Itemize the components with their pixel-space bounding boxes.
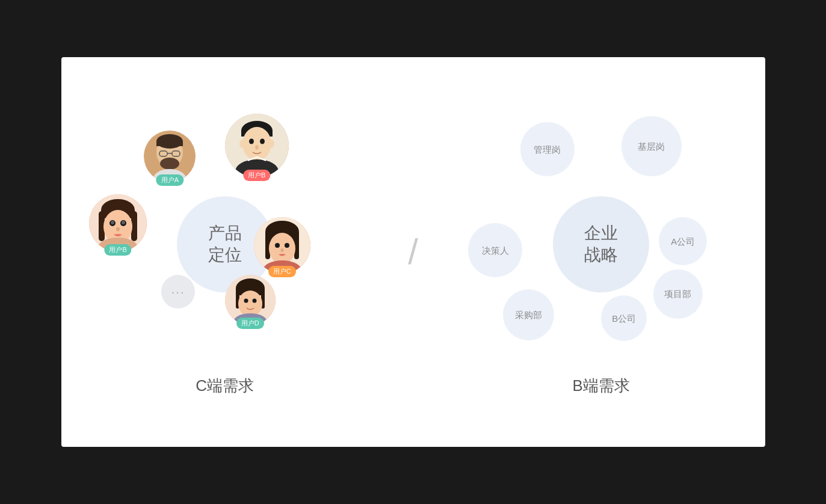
xiangmubu-label: 项目部 xyxy=(664,287,691,300)
svg-point-16 xyxy=(260,138,265,144)
c-section: 产品 定位 xyxy=(81,108,369,396)
product-label: 产品 定位 xyxy=(208,223,242,266)
svg-point-12 xyxy=(242,127,271,161)
svg-point-47 xyxy=(122,221,125,224)
user-d-tag: 用户D xyxy=(236,318,264,329)
slide: 产品 定位 xyxy=(61,57,765,447)
divider-slash: / xyxy=(408,234,418,270)
agongsi-label: A公司 xyxy=(671,235,695,248)
guanligang-bubble: 管理岗 xyxy=(520,122,575,176)
svg-point-26 xyxy=(285,243,289,248)
c-section-title: C端需求 xyxy=(196,375,254,396)
strategy-label: 企业 战略 xyxy=(584,223,618,266)
jueceren-bubble: 决策人 xyxy=(468,223,522,277)
svg-point-34 xyxy=(238,290,262,317)
jueceren-label: 决策人 xyxy=(482,244,509,257)
user-a-tag: 用户A xyxy=(156,174,183,186)
svg-point-15 xyxy=(249,138,254,144)
svg-point-36 xyxy=(252,299,256,303)
user-b-tag: 用户B xyxy=(243,170,270,181)
user-e-bubble: 用户B xyxy=(89,194,147,252)
user-e-tag: 用户B xyxy=(104,244,131,256)
b-section: 企业 战略 管理岗 基层岗 决策人 A公司 采购部 B公司 项目部 xyxy=(457,108,745,396)
jicenggang-bubble: 基层岗 xyxy=(621,116,682,176)
more-dots: ··· xyxy=(171,285,185,299)
strategy-circle: 企业 战略 xyxy=(553,196,649,292)
guanligang-label: 管理岗 xyxy=(534,143,561,156)
user-c-bubble: 用户C xyxy=(254,217,310,274)
agongsi-bubble: A公司 xyxy=(659,217,707,265)
svg-point-35 xyxy=(244,299,248,303)
bgongsi-bubble: B公司 xyxy=(601,295,647,341)
svg-point-17 xyxy=(255,145,259,150)
caigoubu-bubble: 采购部 xyxy=(503,289,554,340)
xiangmubu-bubble: 项目部 xyxy=(653,269,703,319)
user-b-bubble: 用户B xyxy=(225,114,289,177)
user-a-bubble: 用户A xyxy=(144,131,196,182)
caigoubu-label: 采购部 xyxy=(515,309,542,321)
user-c-tag: 用户C xyxy=(268,266,296,277)
svg-point-27 xyxy=(280,248,283,252)
divider: / xyxy=(408,162,418,342)
user-d-bubble: 用户D xyxy=(225,275,276,325)
bgongsi-label: B公司 xyxy=(612,312,636,325)
svg-point-48 xyxy=(116,227,120,232)
more-dots-bubble: ··· xyxy=(161,275,195,309)
jicenggang-label: 基层岗 xyxy=(638,140,665,153)
svg-point-46 xyxy=(111,221,114,224)
svg-point-25 xyxy=(275,243,280,248)
svg-rect-3 xyxy=(156,141,183,146)
svg-point-13 xyxy=(239,140,245,148)
b-section-title: B端需求 xyxy=(573,375,630,396)
svg-point-7 xyxy=(160,158,179,170)
svg-point-14 xyxy=(268,140,274,148)
